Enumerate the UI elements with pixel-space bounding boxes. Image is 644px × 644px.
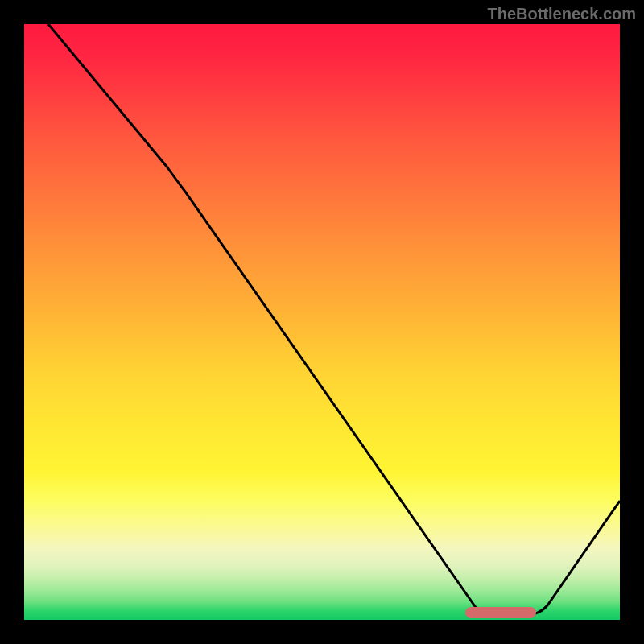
chart-container: TheBottleneck.com <box>0 0 644 644</box>
bottleneck-curve-svg <box>24 24 620 620</box>
optimal-range-marker <box>465 607 536 618</box>
bottleneck-curve <box>48 24 620 615</box>
plot-area <box>24 24 620 620</box>
attribution-text: TheBottleneck.com <box>488 5 636 23</box>
